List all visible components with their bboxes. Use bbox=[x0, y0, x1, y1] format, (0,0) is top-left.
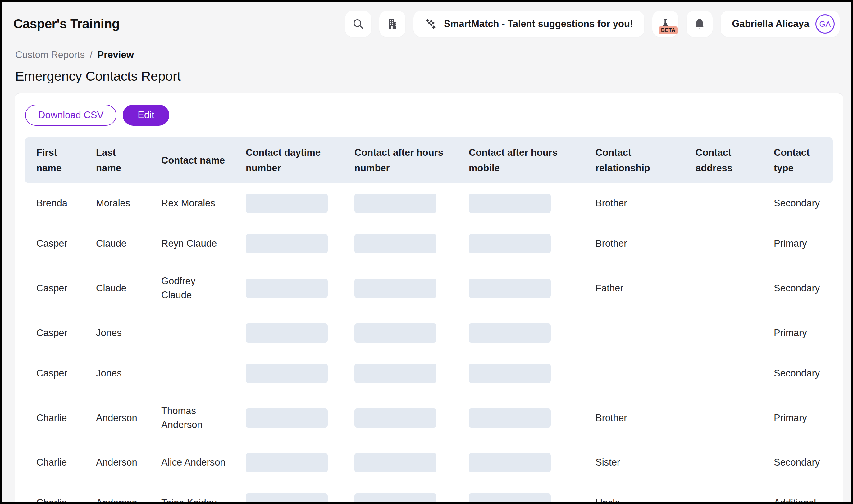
cell-contact-after-hours-mobile bbox=[457, 279, 584, 298]
smartmatch-label: SmartMatch - Talent suggestions for you! bbox=[444, 18, 633, 30]
cell-contact-after-hours-mobile bbox=[457, 493, 584, 504]
cell-contact-relationship: Father bbox=[584, 282, 684, 295]
organisation-button[interactable] bbox=[379, 11, 405, 37]
cell-contact-type: Secondary bbox=[763, 366, 833, 380]
masked-value bbox=[469, 194, 551, 213]
cell-contact-after-hours-mobile bbox=[457, 453, 584, 472]
beta-badge: BETA bbox=[659, 26, 678, 34]
bell-icon bbox=[693, 18, 706, 30]
cell-contact-after-hours-mobile bbox=[457, 234, 584, 253]
search-button[interactable] bbox=[345, 11, 371, 37]
cell-contact-daytime-number bbox=[234, 323, 343, 343]
table-row: CasperJonesSecondary bbox=[25, 353, 833, 394]
cell-contact-type: Secondary bbox=[763, 455, 833, 470]
top-bar: Casper's Training Smar bbox=[2, 2, 851, 37]
sparkles-icon bbox=[425, 17, 438, 31]
masked-value bbox=[354, 493, 436, 504]
cell-contact-after-hours-mobile bbox=[457, 194, 584, 213]
masked-value bbox=[354, 194, 436, 213]
cell-contact-after-hours-mobile bbox=[457, 323, 584, 343]
masked-value bbox=[469, 279, 551, 298]
building-icon bbox=[386, 17, 399, 31]
column-header-first-name: First name bbox=[25, 145, 85, 176]
masked-value bbox=[469, 234, 551, 253]
cell-contact-relationship: Brother bbox=[584, 237, 684, 251]
cell-first-name: Casper bbox=[25, 282, 85, 295]
labs-button[interactable]: BETA bbox=[652, 11, 678, 37]
column-header-contact-type: Contact type bbox=[763, 145, 833, 176]
report-card: Download CSV Edit First name Last name C… bbox=[15, 93, 843, 504]
breadcrumb-custom-reports[interactable]: Custom Reports bbox=[15, 49, 85, 60]
smartmatch-button[interactable]: SmartMatch - Talent suggestions for you! bbox=[414, 11, 644, 37]
cell-contact-type: Secondary bbox=[763, 282, 833, 295]
cell-contact-daytime-number bbox=[234, 279, 343, 298]
cell-contact-name: Rex Morales bbox=[150, 196, 226, 211]
cell-contact-daytime-number bbox=[234, 409, 343, 428]
avatar: GA bbox=[815, 14, 835, 34]
masked-value bbox=[246, 364, 328, 383]
masked-value bbox=[246, 323, 328, 343]
cell-contact-daytime-number bbox=[234, 234, 343, 253]
cell-contact-type: Primary bbox=[763, 411, 833, 425]
masked-value bbox=[354, 323, 436, 343]
cell-contact-relationship: Brother bbox=[584, 196, 684, 211]
cell-last-name: Jones bbox=[85, 366, 150, 380]
masked-value bbox=[469, 453, 551, 472]
user-menu-button[interactable]: Gabriella Alicaya GA bbox=[721, 11, 840, 37]
cell-first-name: Casper bbox=[25, 326, 85, 340]
cell-contact-after-hours-number bbox=[343, 279, 457, 298]
app-window: { "app": { "title": "Casper's Training" … bbox=[0, 0, 853, 504]
cell-contact-daytime-number bbox=[234, 194, 343, 213]
cell-contact-name: Reyn Claude bbox=[150, 237, 226, 251]
table-row: CharlieAndersonTaiga KaidouUncleAddition… bbox=[25, 483, 833, 504]
table-row: CasperClaudeGodfrey ClaudeFatherSecondar… bbox=[25, 264, 833, 313]
column-header-contact-daytime-number: Contact daytime number bbox=[234, 145, 343, 176]
cell-contact-after-hours-number bbox=[343, 453, 457, 472]
masked-value bbox=[246, 234, 328, 253]
cell-last-name: Jones bbox=[85, 326, 150, 340]
column-header-last-name: Last name bbox=[85, 145, 150, 176]
cell-contact-after-hours-mobile bbox=[457, 364, 584, 383]
cell-first-name: Casper bbox=[25, 366, 85, 380]
org-title: Casper's Training bbox=[13, 16, 120, 31]
edit-button[interactable]: Edit bbox=[123, 105, 169, 126]
cell-contact-daytime-number bbox=[234, 493, 343, 504]
cell-last-name: Anderson bbox=[85, 496, 150, 504]
notifications-button[interactable] bbox=[686, 11, 713, 37]
cell-contact-name: Taiga Kaidou bbox=[150, 496, 226, 504]
cell-contact-relationship: Brother bbox=[584, 411, 684, 425]
masked-value bbox=[354, 279, 436, 298]
breadcrumb-preview: Preview bbox=[98, 49, 134, 60]
cell-first-name: Charlie bbox=[25, 411, 85, 425]
cell-contact-name: Alice Anderson bbox=[150, 455, 226, 470]
breadcrumb-separator: / bbox=[90, 49, 92, 60]
cell-last-name: Anderson bbox=[85, 411, 150, 425]
column-header-contact-after-hours-number: Contact after hours number bbox=[343, 145, 457, 176]
cell-contact-after-hours-number bbox=[343, 364, 457, 383]
download-csv-button[interactable]: Download CSV bbox=[25, 105, 117, 126]
masked-value bbox=[246, 493, 328, 504]
masked-value bbox=[354, 453, 436, 472]
masked-value bbox=[354, 364, 436, 383]
column-header-contact-after-hours-mobile: Contact after hours mobile bbox=[457, 145, 584, 176]
table-body: BrendaMoralesRex MoralesBrotherSecondary… bbox=[25, 183, 833, 504]
cell-last-name: Claude bbox=[85, 282, 150, 295]
masked-value bbox=[354, 234, 436, 253]
cell-contact-name: Thomas Anderson bbox=[150, 404, 226, 432]
cell-contact-relationship: Sister bbox=[584, 455, 684, 470]
table-row: CasperClaudeReyn ClaudeBrotherPrimary bbox=[25, 223, 833, 264]
cell-first-name: Charlie bbox=[25, 496, 85, 504]
table-header: First name Last name Contact name Contac… bbox=[25, 138, 833, 183]
breadcrumb: Custom Reports / Preview bbox=[15, 49, 851, 60]
cell-contact-daytime-number bbox=[234, 453, 343, 472]
masked-value bbox=[246, 279, 328, 298]
search-icon bbox=[352, 18, 364, 30]
user-name: Gabriella Alicaya bbox=[732, 18, 809, 30]
table-row: CharlieAndersonThomas AndersonBrotherPri… bbox=[25, 394, 833, 443]
cell-last-name: Anderson bbox=[85, 455, 150, 470]
cell-first-name: Charlie bbox=[25, 455, 85, 470]
table-row: CasperJonesPrimary bbox=[25, 313, 833, 353]
cell-contact-after-hours-mobile bbox=[457, 409, 584, 428]
cell-last-name: Morales bbox=[85, 196, 150, 211]
cell-contact-after-hours-number bbox=[343, 234, 457, 253]
